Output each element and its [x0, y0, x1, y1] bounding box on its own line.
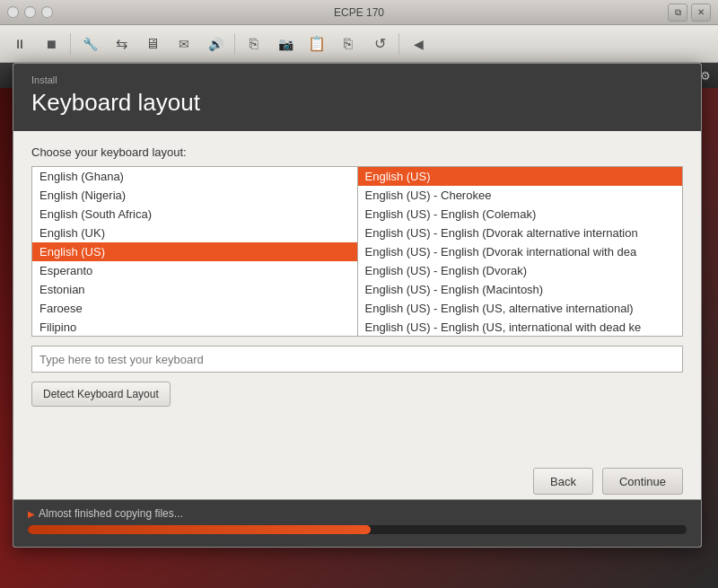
- stop-toolbar-btn[interactable]: ⏹: [37, 31, 66, 57]
- install-step-label: Install: [31, 75, 683, 85]
- restore-btn[interactable]: ⧉: [668, 4, 687, 22]
- toolbar-separator-2: [234, 33, 235, 55]
- progress-bar-background: [28, 525, 687, 534]
- choose-label: Choose your keyboard layout:: [31, 145, 683, 159]
- language-list-item[interactable]: English (South Africa): [32, 205, 357, 224]
- copy2-toolbar-btn[interactable]: ⎘: [334, 31, 363, 57]
- pause-toolbar-btn[interactable]: ⏸: [5, 31, 34, 57]
- arrows-toolbar-btn[interactable]: ⇆: [107, 31, 136, 57]
- language-list-item[interactable]: English (UK): [32, 224, 357, 242]
- layout-variant-list-item[interactable]: English (US) - English (Dvorak alternati…: [358, 224, 683, 242]
- volume-toolbar-btn[interactable]: 🔊: [201, 31, 230, 57]
- layout-variant-list-item[interactable]: English (US) - Cherokee: [358, 186, 683, 205]
- install-header: Install Keyboard layout: [13, 64, 701, 131]
- layout-variant-list-item[interactable]: English (US) - English (Colemak): [358, 205, 683, 224]
- refresh-toolbar-btn[interactable]: ↺: [365, 31, 394, 57]
- navigation-buttons: Back Continue: [533, 468, 683, 495]
- title-right-controls: ⧉ ✕: [668, 4, 711, 22]
- language-list-item[interactable]: English (US): [32, 242, 357, 261]
- minimize-button[interactable]: [24, 6, 36, 18]
- close-title-btn[interactable]: ✕: [691, 4, 711, 22]
- status-bar: ▶ Almost finished copying files...: [13, 500, 701, 547]
- toolbar: ⏸ ⏹ 🔧 ⇆ 🖥 ✉ 🔊 ⎘ 📷 📋 ⎘ ↺ ◀: [0, 25, 718, 63]
- keyboard-test-input[interactable]: [31, 346, 683, 373]
- language-list-item[interactable]: English (Nigeria): [32, 186, 357, 205]
- arrow-toolbar-btn[interactable]: ◀: [404, 31, 433, 57]
- layout-variant-list-item[interactable]: English (US) - English (US, internationa…: [358, 318, 683, 337]
- close-button[interactable]: [7, 6, 19, 18]
- copy-toolbar-btn[interactable]: ⎘: [240, 31, 268, 57]
- language-list-item[interactable]: English (Ghana): [32, 167, 357, 186]
- paste-toolbar-btn[interactable]: 📋: [302, 31, 331, 57]
- main-window: Install Keyboard layout Choose your keyb…: [13, 63, 702, 548]
- cam-toolbar-btn[interactable]: 📷: [271, 31, 300, 57]
- window-controls: [7, 6, 53, 18]
- install-title: Keyboard layout: [31, 89, 683, 117]
- title-bar: ECPE 170 ⧉ ✕: [0, 0, 718, 25]
- layout-variant-list-item[interactable]: English (US): [358, 167, 683, 186]
- language-list-item[interactable]: Filipino: [32, 318, 357, 337]
- toolbar-separator-3: [398, 33, 399, 55]
- language-list-item[interactable]: Esperanto: [32, 261, 357, 280]
- language-list-item[interactable]: Faroese: [32, 299, 357, 318]
- keyboard-layout-columns: English (Ghana)English (Nigeria)English …: [31, 166, 683, 337]
- progress-bar-fill: [28, 525, 371, 534]
- layout-variant-list-item[interactable]: English (US) - English (US, alternative …: [358, 299, 683, 318]
- status-arrow-icon: ▶: [28, 509, 35, 519]
- status-message: Almost finished copying files...: [39, 507, 183, 520]
- wrench-toolbar-btn[interactable]: 🔧: [75, 31, 104, 57]
- content-area: Choose your keyboard layout: English (Gh…: [13, 131, 701, 421]
- detect-keyboard-layout-button[interactable]: Detect Keyboard Layout: [31, 382, 171, 407]
- layout-variant-list-item[interactable]: English (US) - English (Dvorak internati…: [358, 242, 683, 261]
- maximize-button[interactable]: [41, 6, 53, 18]
- layout-variant-list-item[interactable]: English (US) - English (Dvorak): [358, 261, 683, 280]
- monitor-toolbar-btn[interactable]: 🖥: [138, 31, 167, 57]
- continue-button[interactable]: Continue: [602, 468, 683, 495]
- window-title: ECPE 170: [334, 6, 384, 19]
- language-list[interactable]: English (Ghana)English (Nigeria)English …: [31, 166, 357, 337]
- toolbar-separator-1: [70, 33, 71, 55]
- mail-toolbar-btn[interactable]: ✉: [170, 31, 198, 57]
- status-text: ▶ Almost finished copying files...: [28, 507, 687, 520]
- layout-variant-list[interactable]: English (US)English (US) - CherokeeEngli…: [357, 166, 684, 337]
- language-list-item[interactable]: Estonian: [32, 280, 357, 299]
- layout-variant-list-item[interactable]: English (US) - English (Macintosh): [358, 280, 683, 299]
- back-button[interactable]: Back: [533, 468, 593, 495]
